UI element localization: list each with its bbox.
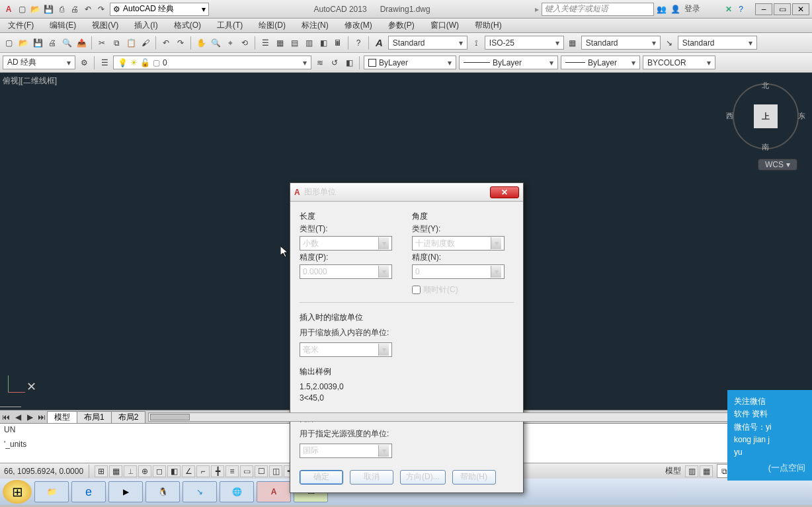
app-icon[interactable]: A <box>3 3 15 15</box>
scroll-thumb[interactable] <box>150 414 190 420</box>
ws-settings-icon[interactable]: ⚙ <box>78 57 90 69</box>
start-button[interactable]: ⊞ <box>3 480 32 504</box>
dialog-titlebar[interactable]: A 图形单位 ✕ <box>290 183 523 202</box>
mleader-icon[interactable]: ↘ <box>663 37 675 49</box>
saveas-icon[interactable]: ⎙ <box>56 3 67 15</box>
dialog-close-button[interactable]: ✕ <box>490 186 519 198</box>
menu-view[interactable]: 视图(V) <box>84 19 126 32</box>
wcs-badge[interactable]: WCS▾ <box>758 159 797 171</box>
redo-icon[interactable]: ↷ <box>95 3 107 15</box>
ie-taskbtn[interactable]: e <box>71 481 106 502</box>
zoom-prev-icon[interactable]: ⟲ <box>239 37 251 49</box>
help-icon[interactable]: ? <box>739 5 743 14</box>
quickcalc-icon[interactable]: 🖩 <box>332 37 344 49</box>
viewcube[interactable]: 北 南 东 西 上 <box>733 83 799 149</box>
match-icon[interactable]: 🖌 <box>140 37 151 49</box>
layer-dropdown[interactable]: 💡 ☀ 🔓 ▢ 0 ▾ <box>113 56 311 69</box>
lwt-toggle[interactable]: ≡ <box>225 465 239 477</box>
tab-layout1[interactable]: 布局1 <box>77 411 112 423</box>
menu-file[interactable]: 文件(F) <box>0 19 42 32</box>
otrack-toggle[interactable]: ∠ <box>182 465 195 477</box>
dimstyle-icon[interactable]: ⟟ <box>470 37 482 49</box>
insert-unit-dropdown[interactable]: 毫米▾ <box>300 342 392 357</box>
snap-toggle[interactable]: ⊞ <box>95 465 108 477</box>
sheet-icon[interactable]: ▥ <box>303 37 315 49</box>
lineweight-dropdown[interactable]: ByLayer▾ <box>561 56 640 69</box>
tab-last-icon[interactable]: ⏭ <box>36 411 48 423</box>
dimstyle-dropdown[interactable]: ISO-25▾ <box>485 36 564 50</box>
new-icon[interactable]: ▢ <box>16 3 28 15</box>
menu-draw[interactable]: 绘图(D) <box>251 19 294 32</box>
ducs-toggle[interactable]: ⌐ <box>196 465 210 477</box>
ortho-toggle[interactable]: ⟂ <box>124 465 137 477</box>
workspace-dropdown[interactable]: AD 经典▾ <box>3 56 75 69</box>
layer-prev-icon[interactable]: ↺ <box>329 57 341 69</box>
zoom-window-icon[interactable]: ⌖ <box>224 37 236 49</box>
menu-edit[interactable]: 编辑(E) <box>42 19 84 32</box>
paste-icon[interactable]: 📋 <box>125 37 137 49</box>
plot-icon[interactable]: 🖨 <box>46 37 58 49</box>
search-input[interactable]: 键入关键字或短语 <box>542 3 654 16</box>
copy-icon[interactable]: ⧉ <box>110 37 122 49</box>
clockwise-checkbox[interactable]: 顺时针(C) <box>412 284 514 295</box>
minimize-button[interactable]: – <box>755 3 772 15</box>
light-unit-dropdown[interactable]: 国际▾ <box>300 444 392 458</box>
properties-icon[interactable]: ☰ <box>259 37 271 49</box>
tpy-toggle[interactable]: ▭ <box>240 465 253 477</box>
cancel-button[interactable]: 取消 <box>350 470 393 485</box>
menu-modify[interactable]: 修改(M) <box>337 19 380 32</box>
cut-icon[interactable]: ✂ <box>96 37 108 49</box>
qp-toggle[interactable]: ☐ <box>255 465 268 477</box>
angle-type-dropdown[interactable]: 十进制度数▾ <box>412 236 505 251</box>
markup-icon[interactable]: ◧ <box>317 37 329 49</box>
help2-icon[interactable]: ? <box>352 37 364 49</box>
pan-icon[interactable]: ✋ <box>195 37 207 49</box>
menu-help[interactable]: 帮助(H) <box>467 19 510 32</box>
new-file-icon[interactable]: ▢ <box>3 37 15 49</box>
3dosnap-toggle[interactable]: ◧ <box>167 465 181 477</box>
polar-toggle[interactable]: ⊕ <box>138 465 151 477</box>
print-icon[interactable]: 🖨 <box>69 3 81 15</box>
help-button[interactable]: 帮助(H) <box>452 470 496 485</box>
login-area[interactable]: 👥 👤 登录 <box>657 3 700 15</box>
autocad-taskbtn[interactable]: A <box>257 481 291 502</box>
linetype-dropdown[interactable]: ByLayer▾ <box>459 56 558 69</box>
length-precision-dropdown[interactable]: 0.0000▾ <box>300 264 392 279</box>
designcenter-icon[interactable]: ▦ <box>274 37 286 49</box>
tab-prev-icon[interactable]: ◀ <box>12 411 24 423</box>
explorer-taskbtn[interactable]: 📁 <box>34 481 69 502</box>
length-type-dropdown[interactable]: 小数▾ <box>300 236 392 251</box>
viewcube-top[interactable]: 上 <box>754 104 778 128</box>
tablestyle-dropdown[interactable]: Standard▾ <box>581 36 661 50</box>
open-file-icon[interactable]: 📂 <box>17 37 29 49</box>
save-icon[interactable]: 💾 <box>42 3 54 15</box>
quickview-drawings-icon[interactable]: ▦ <box>700 465 713 477</box>
zoom-icon[interactable]: 🔍 <box>210 37 222 49</box>
save-file-icon[interactable]: 💾 <box>32 37 44 49</box>
textstyle-dropdown[interactable]: Standard▾ <box>388 36 467 50</box>
clockwise-input[interactable] <box>412 286 421 294</box>
maximize-button[interactable]: ▭ <box>774 3 791 15</box>
model-space-toggle[interactable]: 模型 <box>665 465 681 477</box>
workspace-selector[interactable]: ⚙ AutoCAD 经典 ▾ <box>110 3 209 16</box>
grid-toggle[interactable]: ▦ <box>109 465 122 477</box>
redo-icon[interactable]: ↷ <box>175 37 186 49</box>
layer-manager-icon[interactable]: ☰ <box>99 57 110 69</box>
tab-model[interactable]: 模型 <box>47 411 77 423</box>
quickview-layouts-icon[interactable]: ▥ <box>685 465 698 477</box>
viewport-label[interactable]: 俯视][二维线框] <box>3 75 57 87</box>
tab-layout2[interactable]: 布局2 <box>111 411 146 423</box>
menu-dimension[interactable]: 标注(N) <box>294 19 337 32</box>
color-dropdown[interactable]: ByLayer▾ <box>364 56 456 69</box>
layer-iso-icon[interactable]: ◧ <box>343 57 355 69</box>
drawing-area[interactable]: 俯视][二维线框] 北 南 东 西 上 WCS▾ ✕ A 图形单位 ✕ 长度 类… <box>0 73 812 410</box>
close-button[interactable]: ✕ <box>792 3 809 15</box>
undo-icon[interactable]: ↶ <box>82 3 94 15</box>
publish-icon[interactable]: 📤 <box>75 37 87 49</box>
menu-parametric[interactable]: 参数(P) <box>380 19 423 32</box>
exchange-icon[interactable]: ✕ <box>725 5 732 14</box>
ok-button[interactable]: 确定 <box>300 470 343 485</box>
qq-taskbtn[interactable]: 🐧 <box>145 481 180 502</box>
undo-icon[interactable]: ↶ <box>160 37 172 49</box>
menu-insert[interactable]: 插入(I) <box>126 19 165 32</box>
